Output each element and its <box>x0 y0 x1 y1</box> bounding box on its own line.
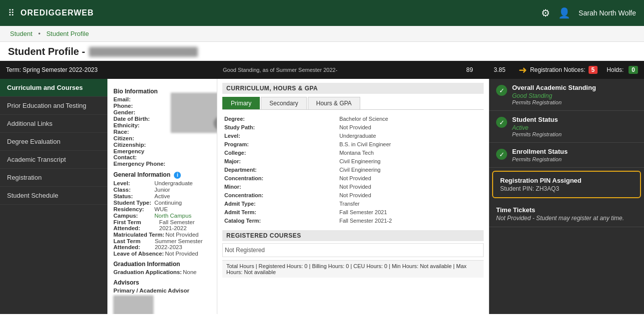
breadcrumb-separator: • <box>38 30 40 37</box>
holds-badge[interactable]: 0 <box>629 66 638 74</box>
page-title: Student Profile - Maria Beatriz Pink(70E… <box>8 46 636 57</box>
student-status-title: Student Status <box>512 116 637 123</box>
student-status-sub: Active <box>512 124 637 131</box>
page-header: Student Profile - Maria Beatriz Pink(70E… <box>0 42 644 61</box>
time-tickets-item: Time Tickets Not Provided - Student may … <box>489 201 644 227</box>
arrow-icon: ➜ <box>519 64 527 76</box>
reg-notices-label[interactable]: Registration Notices: <box>530 66 586 73</box>
check-icon-student-status: ✓ <box>496 117 507 128</box>
curriculum-section-title: CURRICULUM, HOURS & GPA <box>222 83 484 94</box>
sidebar-item-student-schedule[interactable]: Student Schedule <box>0 187 107 205</box>
info-icon[interactable]: i <box>174 172 181 179</box>
breadcrumb: Student • Student Profile <box>0 26 644 42</box>
sidebar-item-additional-links[interactable]: Additional Links <box>0 115 107 133</box>
main-layout: Curriculum and Courses Prior Education a… <box>0 79 644 314</box>
gear-icon[interactable]: ⚙ <box>541 7 550 19</box>
registered-courses-title: REGISTERED COURSES <box>222 230 484 241</box>
student-name-badge: Maria Beatriz Pink(70E156038) <box>89 47 198 57</box>
check-icon-standing: ✓ <box>496 85 507 96</box>
reg-notices-badge[interactable]: 5 <box>589 66 598 74</box>
top-navigation: ⠿ OREDIGGERWEB ⚙ 👤 Sarah North Wolfe <box>0 0 644 26</box>
advisors-title: Advisors <box>113 279 211 286</box>
standing-permits: Permits Registration <box>512 99 637 105</box>
standing-sub: Good Standing <box>512 92 637 99</box>
advisor-photo <box>113 296 153 314</box>
breadcrumb-parent[interactable]: Student <box>10 30 32 37</box>
hours-summary: Total Hours | Registered Hours: 0 | Bill… <box>222 260 484 278</box>
time-tickets-title: Time Tickets <box>496 206 637 214</box>
pin-title: Registration PIN Assigned <box>500 177 633 184</box>
status-panel: ✓ Overall Academic Standing Good Standin… <box>489 79 644 314</box>
profile-area: Bio Information Email: Phone: Gender: Da… <box>107 79 644 314</box>
user-icon[interactable]: 👤 <box>558 7 571 19</box>
status-item-enrollment: ✓ Enrollment Status Permits Registration <box>489 143 644 168</box>
registration-notices: ➜ Registration Notices: 5 Holds: 0 <box>519 64 638 76</box>
standing-title: Overall Academic Standing <box>512 84 637 91</box>
tab-secondary[interactable]: Secondary <box>261 97 306 109</box>
user-name: Sarah North Wolfe <box>579 9 636 17</box>
sidebar-item-curriculum[interactable]: Curriculum and Courses <box>0 79 107 97</box>
nav-actions: ⚙ 👤 Sarah North Wolfe <box>541 7 636 19</box>
term-bar: Term: Spring Semester 2022-2023 Good Sta… <box>0 61 644 79</box>
enrollment-title: Enrollment Status <box>512 148 637 155</box>
term-label: Term: Spring Semester 2022-2023 <box>6 66 97 73</box>
time-tickets-text: Not Provided - Student may register at a… <box>496 215 637 222</box>
check-icon-enrollment: ✓ <box>496 149 507 160</box>
status-item-student-status: ✓ Student Status Active Permits Registra… <box>489 111 644 143</box>
hours-value: 89 <box>455 66 485 73</box>
grid-icon[interactable]: ⠿ <box>8 7 14 18</box>
tab-primary[interactable]: Primary <box>222 97 260 109</box>
sidebar-item-degree-evaluation[interactable]: Degree Evaluation <box>0 133 107 151</box>
not-registered-text: Not Registered <box>222 243 484 257</box>
pin-item: Registration PIN Assigned Student PIN: Z… <box>492 171 641 198</box>
pin-value: Student PIN: ZH3AQ3 <box>500 185 633 192</box>
app-title: OREDIGGERWEB <box>20 8 541 17</box>
student-status-permits: Permits Registration <box>512 131 637 137</box>
enrollment-permits: Permits Registration <box>512 156 637 162</box>
sidebar-item-prior-education[interactable]: Prior Education and Testing <box>0 97 107 115</box>
holds-label: Holds: <box>607 66 624 73</box>
curriculum-table: Degree:Bachelor of Science Study Path:No… <box>222 114 484 225</box>
breadcrumb-current: Student Profile <box>46 30 89 37</box>
sidebar-item-registration[interactable]: Registration <box>0 169 107 187</box>
bio-panel: Bio Information Email: Phone: Gender: Da… <box>107 79 217 314</box>
sidebar: Curriculum and Courses Prior Education a… <box>0 79 107 314</box>
general-info-title: General Information i <box>113 171 211 179</box>
curriculum-tab-bar: Primary Secondary Hours & GPA <box>222 97 484 110</box>
profile-content: Bio Information Email: Phone: Gender: Da… <box>107 79 644 314</box>
curriculum-panel: CURRICULUM, HOURS & GPA Primary Secondar… <box>217 79 489 314</box>
graduation-title: Graduation Information <box>113 261 211 268</box>
status-item-academic-standing: ✓ Overall Academic Standing Good Standin… <box>489 79 644 111</box>
gpa-value: 3.85 <box>485 66 515 73</box>
tab-hours-gpa[interactable]: Hours & GPA <box>308 97 360 109</box>
bio-section-title: Bio Information <box>113 88 166 95</box>
sidebar-item-academic-transcript[interactable]: Academic Transcript <box>0 151 107 169</box>
svg-point-1 <box>214 115 218 131</box>
standing-text: Good Standing, as of Summer Semester 202… <box>105 67 454 73</box>
